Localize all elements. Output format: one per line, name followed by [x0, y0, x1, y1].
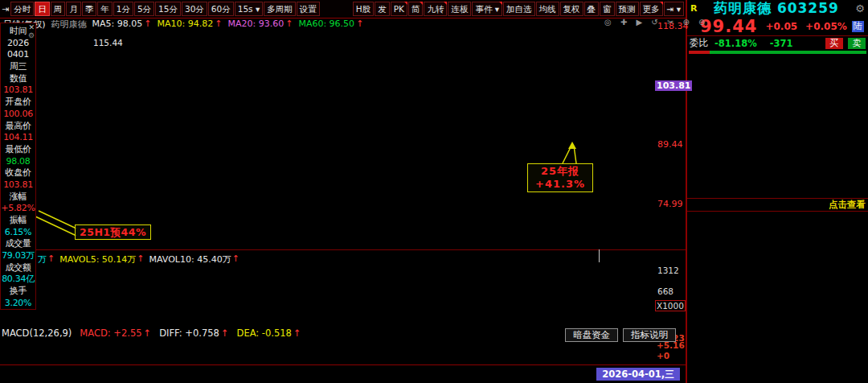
- pane-divider: [0, 249, 686, 250]
- toolbar-button[interactable]: 5分: [134, 2, 154, 16]
- info-line: 收盘价: [1, 167, 35, 179]
- chart-tool-icons[interactable]: ◎ ✚ ▶ ↺ ✂ ⊕ ⊖: [604, 18, 708, 27]
- info-line: 周三: [1, 61, 35, 73]
- period-button-group: 分时日周月季年1分5分15分30分60分15s ▾多周期设置: [10, 2, 319, 16]
- big-order-alert[interactable]: 点击查看: [687, 198, 868, 212]
- up-arrow-icon: ↑: [356, 19, 363, 31]
- data-readout-panel: ✕ ⚙ 时间20260401周三数值103.81开盘价100.06最高价104.…: [0, 23, 36, 310]
- toolbar-button[interactable]: 简: [408, 2, 424, 16]
- annotation-line2: +41.3%: [530, 178, 591, 191]
- volume-axis-label: 668: [657, 286, 674, 296]
- weibi-diff: -371: [770, 38, 793, 49]
- up-arrow-icon: ↑: [215, 19, 222, 31]
- toolbar-button[interactable]: 1分: [113, 2, 133, 16]
- ma-legend-item: MA5: 98.05: [92, 19, 143, 31]
- toolbar-button[interactable]: 预测: [616, 2, 639, 16]
- quote-header: R 药明康德 603259 ⚙: [687, 0, 868, 17]
- ma-legend-item: MA20: 93.60: [227, 19, 284, 31]
- info-line: 104.11: [1, 132, 35, 144]
- weibi-label: 委比: [690, 37, 708, 49]
- toolbar-button[interactable]: 60分: [208, 2, 234, 16]
- macd-params: MACD(12,26,9): [2, 327, 72, 339]
- info-line: 103.81: [1, 84, 35, 97]
- annotation-annual-report: 25年报 +41.3%: [527, 163, 593, 192]
- toolbar-button[interactable]: ⇥ ▾: [664, 2, 684, 16]
- toolbar-button[interactable]: 设置: [297, 2, 320, 16]
- toolbar-button[interactable]: 九转: [424, 2, 447, 16]
- toolbar-button[interactable]: 叠: [584, 2, 600, 16]
- toolbar-button[interactable]: 发: [375, 2, 390, 16]
- volume-ma-label: MAVOL5: 50.14万: [59, 253, 136, 266]
- ma-legend-item: MA10: 94.82: [158, 19, 214, 31]
- gear-icon[interactable]: ⚙: [855, 2, 865, 14]
- toolbar-button[interactable]: 事件 ▾: [472, 2, 502, 16]
- toolbar-button[interactable]: 月: [66, 2, 81, 16]
- annotation-line1: 25年报: [530, 165, 591, 178]
- function-button-group: H股发PK简九转连板事件 ▾加自选均线复权叠窗预测更多⇥ ▾: [353, 2, 684, 16]
- toolbar-button[interactable]: 加自选: [503, 2, 535, 16]
- ma-legend-item: 药明康德: [51, 19, 87, 31]
- market-badge: 陆: [852, 21, 864, 32]
- toolbar-button[interactable]: 15s ▾: [235, 2, 263, 16]
- toolbar-button[interactable]: 均线: [536, 2, 559, 16]
- stock-title[interactable]: 药明康德 603259: [697, 0, 855, 18]
- price-change-percent: +0.05%: [805, 21, 847, 32]
- toolbar-button[interactable]: 15分: [155, 2, 181, 16]
- toolbar-button[interactable]: 季: [82, 2, 97, 16]
- toolbar-button[interactable]: 分时: [10, 2, 34, 16]
- sell-button[interactable]: 卖: [848, 38, 866, 49]
- info-line: 涨幅: [1, 192, 35, 204]
- toolbar-button[interactable]: 窗: [600, 2, 615, 16]
- crosshair-segment: [599, 249, 600, 262]
- volume-axis-label: X1000: [655, 300, 686, 311]
- toolbar-button[interactable]: 更多: [640, 2, 663, 16]
- toolbar-button[interactable]: 多周期: [264, 2, 296, 16]
- volume-chart-canvas[interactable]: [0, 262, 655, 312]
- toolbar-button[interactable]: 连板: [448, 2, 471, 16]
- price-change: +0.05: [765, 21, 797, 32]
- info-line: 成交额: [1, 262, 35, 274]
- info-line: 103.81: [1, 179, 35, 192]
- gear-icon[interactable]: ⚙: [28, 31, 35, 39]
- weibi-row: 委比 -81.18% -371 买 卖: [687, 35, 868, 50]
- toolbar-button[interactable]: H股: [353, 2, 374, 16]
- info-line: 最低价: [1, 144, 35, 156]
- toolbar-button[interactable]: 年: [97, 2, 113, 16]
- up-arrow-icon: ↑: [293, 327, 301, 339]
- indicator-help-button[interactable]: 指标说明: [623, 328, 676, 342]
- macd-value: DIFF: +0.758: [159, 327, 219, 339]
- macd-value: DEA: -0.518: [237, 327, 292, 339]
- up-arrow-icon: ↑: [144, 19, 151, 31]
- dark-pool-funds-button[interactable]: 暗盘资金: [565, 328, 618, 342]
- toolbar-button[interactable]: 30分: [182, 2, 207, 16]
- crosshair-date-label: 2026-04-01,三: [596, 368, 680, 381]
- up-arrow-icon: ↑: [221, 327, 229, 339]
- info-line: 最高价: [1, 121, 35, 133]
- up-arrow-icon: ↑: [232, 253, 240, 266]
- macd-value-row: MACD(12,26,9) MACD: +2.55↑DIFF: +0.758↑D…: [2, 327, 301, 339]
- macd-buttons: 暗盘资金 指标说明: [565, 328, 676, 342]
- info-line: +5.82%: [1, 203, 35, 215]
- price-axis-label: 74.99: [657, 199, 683, 209]
- info-line: 换手: [1, 286, 35, 298]
- toolbar-button[interactable]: PK: [391, 2, 407, 16]
- toolbar-button[interactable]: 周: [51, 2, 66, 16]
- toolbar-button[interactable]: 复权: [560, 2, 583, 16]
- buy-button[interactable]: 买: [825, 38, 843, 49]
- up-arrow-icon: ↑: [47, 253, 55, 266]
- macd-axis-label: +0: [657, 351, 669, 360]
- info-line: 98.08: [1, 156, 35, 168]
- annotation-h1-forecast: 25H1预44%: [75, 224, 151, 240]
- info-line: 80.34亿: [1, 274, 35, 286]
- view-details-link[interactable]: 点击查看: [829, 199, 866, 211]
- toolbar-button[interactable]: 日: [35, 2, 50, 16]
- info-line: 79.03万: [1, 250, 35, 262]
- weibi-value: -81.18%: [714, 38, 757, 49]
- order-book: [687, 50, 868, 198]
- time-axis: 2026-04-01,三: [0, 364, 686, 383]
- dock-icon[interactable]: ⇥: [2, 4, 9, 14]
- candlestick-chart-canvas[interactable]: [0, 24, 655, 249]
- info-lines: 时间20260401周三数值103.81开盘价100.06最高价104.11最低…: [1, 23, 35, 310]
- info-line: 6.15%: [1, 227, 35, 239]
- close-icon[interactable]: ✕: [28, 23, 35, 31]
